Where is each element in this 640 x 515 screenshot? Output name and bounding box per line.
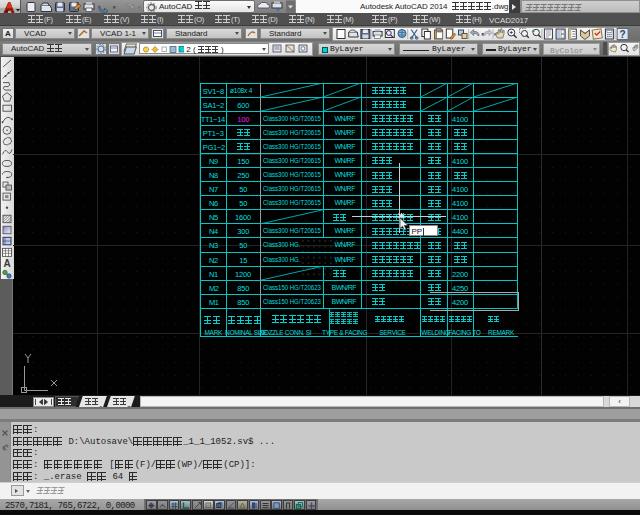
svg-text:A: A [4,258,11,269]
svg-text:?: ? [620,28,626,39]
